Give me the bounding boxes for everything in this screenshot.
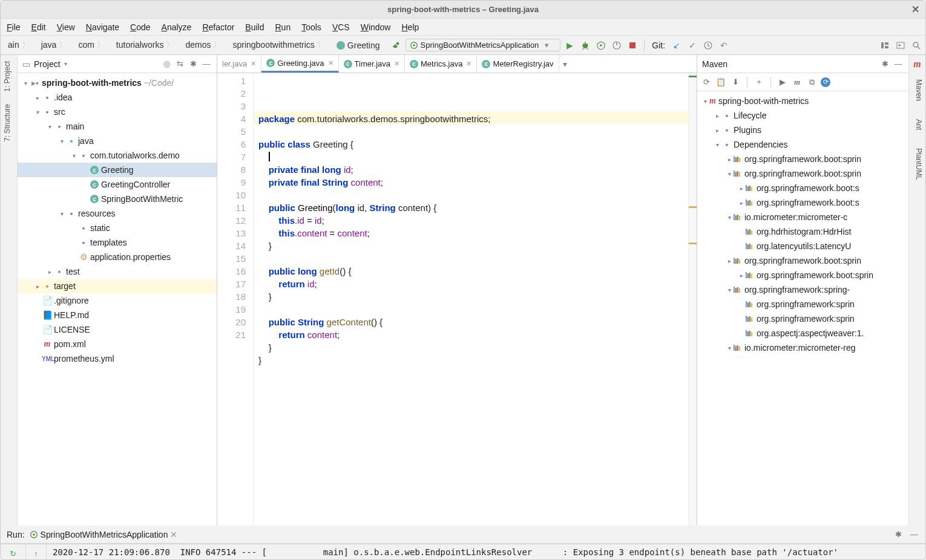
tree-item[interactable]: GreetingController	[101, 180, 170, 189]
maven-tree-item[interactable]: ▾▪Dependencies	[697, 137, 908, 152]
maven-tree-item[interactable]: org.hdrhistogram:HdrHist	[697, 224, 908, 239]
tree-item[interactable]: HELP.md	[54, 310, 89, 320]
up-icon[interactable]: ↑	[31, 548, 42, 559]
project-tree[interactable]: ▾▸▪spring-boot-with-metrics ~/Code/ ▸▪.i…	[18, 73, 217, 526]
tree-item[interactable]: application.properties	[90, 252, 171, 262]
maven-tree-item[interactable]: ▾mspring-boot-with-metrics	[697, 94, 908, 108]
menu-help[interactable]: Help	[401, 22, 419, 32]
profile-icon[interactable]	[610, 39, 623, 52]
tree-item[interactable]: test	[66, 267, 80, 276]
menu-code[interactable]: Code	[130, 22, 150, 32]
crumb-tw[interactable]: tutorialworks	[111, 39, 180, 52]
run-button-icon[interactable]: ▶	[563, 39, 576, 52]
tree-item[interactable]: pom.xml	[54, 339, 86, 349]
tree-item[interactable]: LICENSE	[54, 325, 90, 334]
maven-tree-item[interactable]: org.springframework:sprin	[697, 311, 908, 326]
maven-tree-item[interactable]: ▸org.springframework.boot:s	[697, 195, 908, 210]
maven-tree-item[interactable]: ▾org.springframework.boot:sprin	[697, 166, 908, 181]
maven-settings-icon[interactable]: ✱	[879, 59, 890, 70]
maven-tree-item[interactable]: ▾org.springframework:spring-	[697, 282, 908, 297]
crumb-class[interactable]: Greeting	[332, 39, 387, 51]
maven-tree-item[interactable]: ▸org.springframework.boot:sprin	[697, 152, 908, 166]
tab-greeting[interactable]: cGreeting.java✕	[261, 55, 338, 73]
maven-offline-icon[interactable]: ⟳	[821, 77, 830, 87]
maven-run-icon[interactable]: ▶	[777, 77, 788, 88]
git-update-icon[interactable]: ↙	[670, 39, 683, 52]
coverage-icon[interactable]	[594, 39, 608, 52]
menu-navigate[interactable]: Navigate	[86, 22, 119, 32]
locate-icon[interactable]: ◎	[161, 59, 172, 70]
tab-controller[interactable]: ler.java✕	[217, 55, 261, 73]
menu-analyze[interactable]: Analyze	[162, 22, 192, 32]
gutter-maven[interactable]: Maven	[909, 73, 925, 107]
tree-item[interactable]: .gitignore	[54, 296, 89, 305]
hide-icon[interactable]: —	[201, 59, 212, 70]
rerun-icon[interactable]: ↻	[8, 548, 19, 559]
code-editor[interactable]: 123456789101112131415161718192021 packag…	[217, 73, 697, 526]
tab-metrics[interactable]: cMetrics.java✕	[405, 55, 477, 73]
build-hammer-icon[interactable]	[390, 39, 403, 52]
run-config-selector[interactable]: SpringBootWithMetricsApplication ▾	[406, 39, 561, 51]
search-everywhere-icon[interactable]	[910, 39, 923, 52]
gutter-structure[interactable]: 7: Structure	[1, 98, 17, 148]
maven-toggle-icon[interactable]: ⧉	[806, 77, 817, 88]
close-run-tab-icon[interactable]: ✕	[170, 530, 177, 539]
project-panel-title[interactable]: Project	[34, 59, 61, 69]
menu-run[interactable]: Run	[275, 22, 291, 32]
tree-item[interactable]: com.tutorialworks.demo	[90, 151, 180, 160]
maven-panel-title[interactable]: Maven	[702, 59, 727, 69]
git-rollback-icon[interactable]: ↶	[717, 39, 731, 52]
crumb-pkg[interactable]: springbootwithmetrics	[228, 39, 330, 52]
tree-item[interactable]: resources	[78, 209, 115, 218]
menu-file[interactable]: File	[7, 22, 21, 32]
gutter-maven-icon[interactable]: m	[909, 55, 925, 73]
expand-all-icon[interactable]: ⇆	[174, 59, 185, 70]
maven-tree-item[interactable]: ▾io.micrometer:micrometer-c	[697, 210, 908, 224]
maven-generate-icon[interactable]: 📋	[715, 77, 726, 88]
maven-hide-icon[interactable]: —	[893, 59, 904, 70]
stop-icon[interactable]	[626, 39, 639, 52]
maven-download-icon[interactable]: ⬇	[730, 77, 741, 88]
crumb-com[interactable]: com	[73, 39, 110, 52]
maven-add-icon[interactable]: +	[754, 77, 764, 88]
run-tab[interactable]: SpringBootWithMetricsApplication ✕	[30, 530, 178, 539]
maven-tree-item[interactable]: org.latencyutils:LatencyU	[697, 239, 908, 253]
maven-tree-item[interactable]: ▾io.micrometer:micrometer-reg	[697, 340, 908, 355]
close-icon[interactable]: ✕	[911, 4, 919, 15]
crumb-module[interactable]: ain	[3, 39, 35, 52]
tree-item-selected[interactable]: Greeting	[101, 165, 134, 175]
console-output[interactable]: 2020-12-17 21:09:06.870 INFO 647514 --- …	[47, 544, 925, 560]
run-hide-icon[interactable]: —	[908, 529, 919, 540]
tree-item[interactable]: java	[78, 136, 94, 146]
menu-vcs[interactable]: VCS	[332, 22, 350, 32]
maven-tree-item[interactable]: ▸▪Lifecycle	[697, 108, 908, 123]
menu-view[interactable]: View	[57, 22, 75, 32]
maven-tree-item[interactable]: ▸▪Plugins	[697, 123, 908, 137]
maven-tree-item[interactable]: org.aspectj:aspectjweaver:1.	[697, 326, 908, 340]
project-structure-icon[interactable]	[878, 39, 892, 52]
gutter-ant[interactable]: Ant	[909, 113, 925, 136]
settings-icon[interactable]: ✱	[188, 59, 199, 70]
close-tab-icon[interactable]: ✕	[251, 60, 256, 68]
tab-timer[interactable]: cTimer.java✕	[339, 55, 405, 73]
maven-tree-item[interactable]: org.springframework:sprin	[697, 297, 908, 311]
crumb-java[interactable]: java	[36, 39, 73, 52]
tree-item[interactable]: .idea	[54, 93, 72, 102]
close-tab-icon[interactable]: ✕	[328, 59, 333, 67]
more-tabs-icon[interactable]: ▾	[559, 59, 571, 69]
run-settings-icon[interactable]: ✱	[893, 529, 904, 540]
maven-tree-item[interactable]: ▸org.springframework.boot:s	[697, 181, 908, 195]
code-content[interactable]: package com.tutorialworks.demos.springbo…	[254, 73, 688, 526]
tree-item[interactable]: src	[54, 107, 65, 117]
maven-execute-icon[interactable]: m	[792, 77, 803, 88]
close-tab-icon[interactable]: ✕	[466, 60, 471, 68]
git-commit-icon[interactable]: ✓	[686, 39, 699, 52]
menu-window[interactable]: Window	[361, 22, 391, 32]
gutter-project[interactable]: 1: Project	[1, 55, 17, 98]
tree-item[interactable]: prometheus.yml	[54, 354, 114, 363]
maven-tree-item[interactable]: ▸org.springframework.boot:sprin	[697, 268, 908, 282]
git-history-icon[interactable]	[701, 39, 715, 52]
maven-tree-item[interactable]: ▸org.springframework.boot:sprin	[697, 253, 908, 268]
maven-tree[interactable]: ▾mspring-boot-with-metrics▸▪Lifecycle▸▪P…	[697, 91, 908, 526]
error-stripe[interactable]	[688, 73, 697, 526]
